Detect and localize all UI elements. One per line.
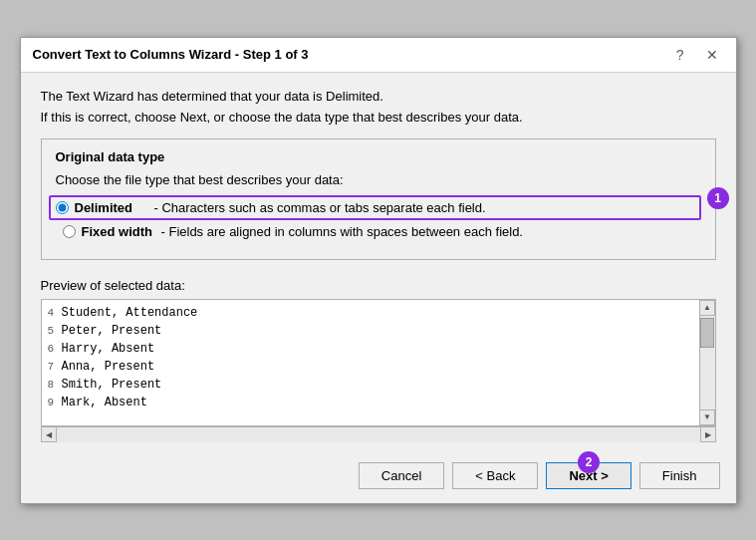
line-text: Peter, Present <box>62 322 162 340</box>
line-number: 9 <box>48 394 62 411</box>
preview-line: 8Smith, Present <box>48 376 693 394</box>
delimited-label[interactable]: Delimited <box>75 200 154 215</box>
preview-line: 5Peter, Present <box>48 322 693 340</box>
preview-box: 4Student, Attendance5Peter, Present6Harr… <box>41 299 716 426</box>
fixed-width-radio[interactable] <box>63 225 76 238</box>
finish-button[interactable]: Finish <box>639 462 720 489</box>
help-button[interactable]: ? <box>670 46 690 64</box>
scroll-thumb[interactable] <box>700 318 714 348</box>
scroll-right-arrow[interactable]: ▶ <box>700 426 716 442</box>
line-number: 5 <box>48 322 62 340</box>
preview-line: 4Student, Attendance <box>48 304 693 322</box>
line-number: 8 <box>48 376 62 394</box>
close-button[interactable]: ✕ <box>700 46 724 64</box>
dialog-title: Convert Text to Columns Wizard - Step 1 … <box>33 47 309 62</box>
intro-line2: If this is correct, choose Next, or choo… <box>41 110 716 125</box>
vertical-scrollbar[interactable]: ▲ ▼ <box>699 300 715 425</box>
scroll-down-arrow[interactable]: ▼ <box>699 409 715 425</box>
line-text: Smith, Present <box>62 376 162 394</box>
title-bar-controls: ? ✕ <box>670 46 724 64</box>
badge-2: 2 <box>578 451 600 473</box>
horizontal-scrollbar[interactable]: ◀ ▶ <box>41 426 716 442</box>
line-text: Harry, Absent <box>62 340 155 358</box>
file-type-label: Choose the file type that best describes… <box>56 172 701 187</box>
intro-line1: The Text Wizard has determined that your… <box>41 89 716 104</box>
original-data-type-group: Original data type Choose the file type … <box>41 138 716 260</box>
fixed-width-option-row: Fixed width - Fields are aligned in colu… <box>56 224 701 239</box>
line-number: 4 <box>48 304 62 322</box>
line-text: Mark, Absent <box>62 394 147 411</box>
back-button[interactable]: < Back <box>452 462 538 489</box>
fixed-width-label[interactable]: Fixed width <box>82 224 161 239</box>
line-number: 7 <box>48 358 62 376</box>
fixed-width-desc: - Fields are aligned in columns with spa… <box>161 224 523 239</box>
preview-content: 4Student, Attendance5Peter, Present6Harr… <box>42 300 699 425</box>
dialog-footer: Cancel < Back 2 Next > Finish <box>21 452 736 503</box>
delimited-option-row: Delimited - Characters such as commas or… <box>49 195 701 220</box>
line-text: Student, Attendance <box>62 304 198 322</box>
preview-line: 6Harry, Absent <box>48 340 693 358</box>
title-bar-left: Convert Text to Columns Wizard - Step 1 … <box>33 47 309 62</box>
line-number: 6 <box>48 340 62 358</box>
dialog-window: Convert Text to Columns Wizard - Step 1 … <box>20 37 737 504</box>
delimited-desc: - Characters such as commas or tabs sepa… <box>154 200 486 215</box>
preview-label: Preview of selected data: <box>41 278 716 293</box>
scroll-track-h <box>57 427 700 442</box>
scroll-left-arrow[interactable]: ◀ <box>41 426 57 442</box>
groupbox-title: Original data type <box>56 149 701 164</box>
title-bar: Convert Text to Columns Wizard - Step 1 … <box>21 38 736 73</box>
next-button[interactable]: 2 Next > <box>546 462 630 489</box>
preview-line: 9Mark, Absent <box>48 394 693 411</box>
delimited-radio[interactable] <box>56 201 69 214</box>
cancel-button[interactable]: Cancel <box>359 462 444 489</box>
preview-section: Preview of selected data: 4Student, Atte… <box>41 278 716 442</box>
dialog-body: The Text Wizard has determined that your… <box>21 73 736 452</box>
scroll-up-arrow[interactable]: ▲ <box>699 300 715 316</box>
line-text: Anna, Present <box>62 358 155 376</box>
preview-line: 7Anna, Present <box>48 358 693 376</box>
badge-1: 1 <box>707 187 729 209</box>
